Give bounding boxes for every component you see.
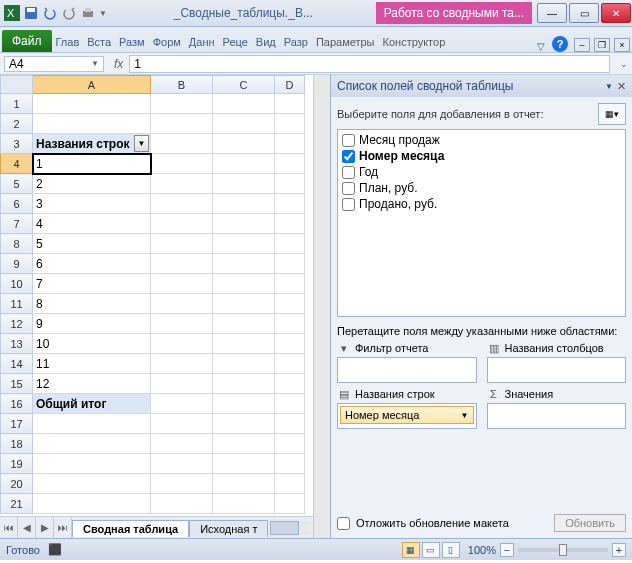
help-icon[interactable]: ? [552,36,568,52]
minimize-button[interactable]: — [537,3,567,23]
ribbon-tab-home[interactable]: Глав [52,32,84,52]
chip-dropdown-icon[interactable]: ▼ [461,411,469,420]
row-header[interactable]: 20 [1,474,33,494]
maximize-button[interactable]: ▭ [569,3,599,23]
field-item[interactable]: Продано, руб. [340,196,623,212]
row-header[interactable]: 19 [1,454,33,474]
view-page-break-button[interactable]: ▯ [442,542,460,558]
qat-dropdown-icon[interactable]: ▼ [99,9,107,18]
field-checkbox[interactable] [342,150,355,163]
cell[interactable]: 4 [33,214,151,234]
zoom-out-button[interactable]: − [500,543,514,557]
vertical-scrollbar[interactable] [313,75,330,538]
sheet-nav-first[interactable]: ⏮ [0,517,18,538]
ribbon-tab-insert[interactable]: Вста [83,32,115,52]
row-header[interactable]: 9 [1,254,33,274]
horizontal-scrollbar[interactable] [270,521,311,535]
row-header[interactable]: 17 [1,414,33,434]
file-tab[interactable]: Файл [2,30,52,52]
ribbon-tab-view[interactable]: Вид [252,32,280,52]
sheet-nav-last[interactable]: ⏭ [54,517,72,538]
values-dropzone[interactable] [487,403,627,429]
select-all-corner[interactable] [1,76,33,94]
row-header[interactable]: 3 [1,134,33,154]
layout-options-button[interactable]: ▦▾ [598,103,626,125]
row-header[interactable]: 4 [1,154,33,174]
zoom-level[interactable]: 100% [468,544,496,556]
field-item[interactable]: План, руб. [340,180,623,196]
cell[interactable]: 11 [33,354,151,374]
field-checkbox[interactable] [342,182,355,195]
fx-icon[interactable]: fx [114,57,123,71]
col-header-C[interactable]: C [213,76,275,94]
macro-record-icon[interactable]: ⬛ [48,543,62,556]
field-item[interactable]: Месяц продаж [340,132,623,148]
row-header[interactable]: 13 [1,334,33,354]
cell[interactable]: 9 [33,314,151,334]
field-item[interactable]: Номер месяца [340,148,623,164]
cell[interactable]: 7 [33,274,151,294]
redo-icon[interactable] [61,5,77,21]
defer-update-checkbox[interactable] [337,517,350,530]
filter-dropzone[interactable] [337,357,477,383]
field-checkbox[interactable] [342,198,355,211]
col-header-D[interactable]: D [275,76,305,94]
formula-expand-icon[interactable]: ⌄ [616,59,632,69]
row-header[interactable]: 16 [1,394,33,414]
view-page-layout-button[interactable]: ▭ [422,542,440,558]
print-icon[interactable] [80,5,96,21]
sheet-tab-active[interactable]: Сводная таблица [72,520,189,537]
row-header[interactable]: 11 [1,294,33,314]
active-cell[interactable]: 1 [33,154,151,174]
close-button[interactable]: ✕ [601,3,631,23]
cell[interactable]: 12 [33,374,151,394]
mdi-restore-button[interactable]: ❐ [594,38,610,52]
cell[interactable]: 10 [33,334,151,354]
columns-dropzone[interactable] [487,357,627,383]
row-header[interactable]: 6 [1,194,33,214]
row-header[interactable]: 15 [1,374,33,394]
cell[interactable]: 5 [33,234,151,254]
update-button[interactable]: Обновить [554,514,626,532]
pane-menu-dropdown-icon[interactable]: ▼ [605,82,613,91]
zoom-slider[interactable] [518,548,608,552]
rows-dropzone[interactable]: Номер месяца ▼ [337,403,477,429]
cell[interactable]: 2 [33,174,151,194]
mdi-close-button[interactable]: × [614,38,630,52]
col-header-B[interactable]: B [151,76,213,94]
grid[interactable]: A B C D 1 2 3 Названия строк ▼ 41 52 63 … [0,75,313,516]
row-header[interactable]: 2 [1,114,33,134]
ribbon-tab-developer[interactable]: Разр [280,32,312,52]
cell[interactable]: 8 [33,294,151,314]
name-box[interactable]: A4 ▼ [4,56,104,72]
save-icon[interactable] [23,5,39,21]
name-box-dropdown-icon[interactable]: ▼ [91,59,99,68]
sheet-nav-next[interactable]: ▶ [36,517,54,538]
field-checkbox[interactable] [342,134,355,147]
pivot-grand-total[interactable]: Общий итог [33,394,151,414]
ribbon-tab-design[interactable]: Конструктор [379,32,450,52]
field-item[interactable]: Год [340,164,623,180]
row-header[interactable]: 1 [1,94,33,114]
view-normal-button[interactable]: ▦ [402,542,420,558]
sheet-nav-prev[interactable]: ◀ [18,517,36,538]
sheet-tab[interactable]: Исходная т [189,520,268,537]
undo-icon[interactable] [42,5,58,21]
field-checkbox[interactable] [342,166,355,179]
ribbon-minimize-icon[interactable]: ▽ [537,41,545,52]
filter-dropdown-icon[interactable]: ▼ [134,135,149,152]
row-header[interactable]: 14 [1,354,33,374]
col-header-A[interactable]: A [33,76,151,94]
pane-close-icon[interactable]: ✕ [617,80,626,93]
row-field-chip[interactable]: Номер месяца ▼ [340,406,474,424]
ribbon-tab-options[interactable]: Параметры [312,32,379,52]
pivot-row-label-header[interactable]: Названия строк ▼ [33,134,151,154]
mdi-minimize-button[interactable]: – [574,38,590,52]
ribbon-tab-layout[interactable]: Разм [115,32,149,52]
row-header[interactable]: 8 [1,234,33,254]
row-header[interactable]: 10 [1,274,33,294]
formula-input[interactable]: 1 [129,55,610,73]
row-header[interactable]: 21 [1,494,33,514]
row-header[interactable]: 7 [1,214,33,234]
row-header[interactable]: 5 [1,174,33,194]
